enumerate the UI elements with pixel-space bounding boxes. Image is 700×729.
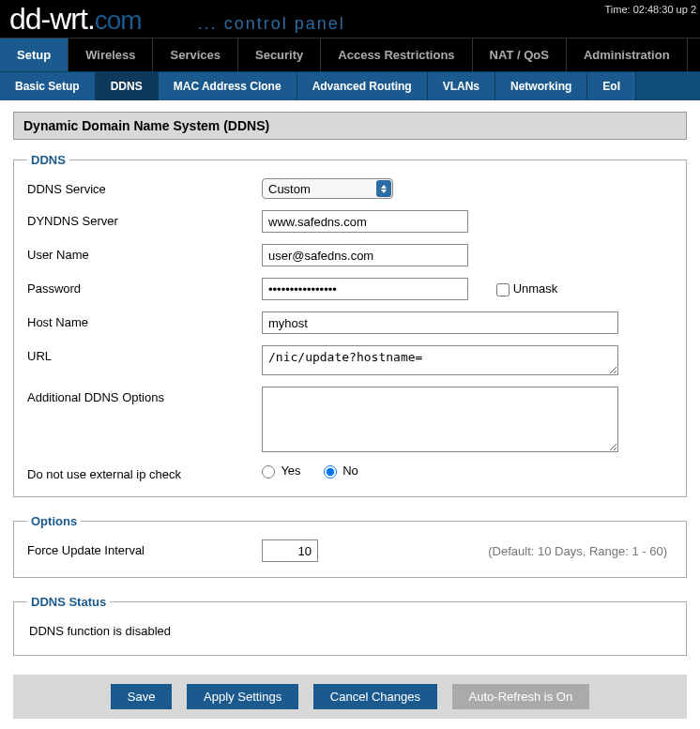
main-tabs: Setup Wireless Services Security Access … bbox=[0, 38, 700, 71]
label-yes: Yes bbox=[281, 463, 300, 478]
row-force-update-interval: Force Update Interval (Default: 10 Days,… bbox=[27, 539, 673, 562]
row-ddns-service: DDNS Service Custom bbox=[27, 178, 673, 199]
subtab-eoi[interactable]: EoI bbox=[587, 72, 636, 100]
options-legend: Options bbox=[27, 514, 81, 528]
row-username: User Name bbox=[27, 244, 673, 266]
subtab-mac-clone[interactable]: MAC Address Clone bbox=[159, 72, 297, 100]
tab-security[interactable]: Security bbox=[238, 38, 321, 71]
button-bar: Save Apply Settings Cancel Changes Auto-… bbox=[13, 675, 687, 719]
tab-access-restrictions[interactable]: Access Restrictions bbox=[321, 38, 472, 71]
input-force-update-interval[interactable] bbox=[262, 539, 318, 562]
subtab-vlans[interactable]: VLANs bbox=[428, 72, 495, 100]
apply-settings-button[interactable]: Apply Settings bbox=[187, 684, 298, 709]
tab-nat-qos[interactable]: NAT / QoS bbox=[473, 38, 567, 71]
label-hostname: Host Name bbox=[27, 311, 262, 329]
header: Time: 02:48:30 up 2 dd-wrt.com ... contr… bbox=[0, 0, 700, 38]
logo-main: dd-wrt bbox=[9, 2, 87, 37]
input-password[interactable] bbox=[262, 278, 468, 300]
auto-refresh-button[interactable]: Auto-Refresh is On bbox=[452, 684, 590, 709]
textarea-additional-options[interactable] bbox=[262, 387, 618, 452]
status-fieldset: DDNS Status DDNS function is disabled bbox=[13, 595, 687, 656]
ddns-legend: DDNS bbox=[27, 153, 69, 167]
subtab-advanced-routing[interactable]: Advanced Routing bbox=[297, 72, 428, 100]
cancel-changes-button[interactable]: Cancel Changes bbox=[313, 684, 437, 709]
content: Dynamic Domain Name System (DDNS) DDNS D… bbox=[0, 100, 700, 729]
row-external-ip-check: Do not use external ip check Yes No bbox=[27, 463, 673, 481]
interval-hint: (Default: 10 Days, Range: 1 - 60) bbox=[488, 544, 673, 558]
tab-services[interactable]: Services bbox=[153, 38, 238, 71]
status-legend: DDNS Status bbox=[27, 595, 110, 609]
radio-no[interactable] bbox=[324, 465, 337, 478]
label-dyndns-server: DYNDNS Server bbox=[27, 210, 262, 228]
radio-yes[interactable] bbox=[262, 465, 275, 478]
save-button[interactable]: Save bbox=[111, 684, 173, 709]
label-unmask: Unmask bbox=[513, 281, 558, 296]
logo-com: com bbox=[95, 6, 142, 36]
logo-subtitle: ... control panel bbox=[198, 14, 345, 34]
time-text: Time: 02:48:30 up 2 bbox=[605, 4, 696, 15]
tab-wireless[interactable]: Wireless bbox=[68, 38, 153, 71]
subtab-networking[interactable]: Networking bbox=[495, 72, 587, 100]
section-title: Dynamic Domain Name System (DDNS) bbox=[13, 112, 687, 140]
row-dyndns-server: DYNDNS Server bbox=[27, 210, 673, 233]
textarea-url[interactable]: /nic/update?hostname= bbox=[262, 345, 618, 375]
label-password: Password bbox=[27, 278, 262, 296]
tab-setup[interactable]: Setup bbox=[0, 38, 68, 71]
label-url: URL bbox=[27, 345, 262, 363]
tab-administration[interactable]: Administration bbox=[567, 38, 688, 71]
radio-yes-wrap[interactable]: Yes bbox=[262, 463, 301, 478]
unmask-wrap[interactable]: Unmask bbox=[496, 281, 557, 296]
logo-dot: . bbox=[87, 2, 95, 37]
label-username: User Name bbox=[27, 244, 262, 262]
options-fieldset: Options Force Update Interval (Default: … bbox=[13, 514, 687, 578]
label-force-update-interval: Force Update Interval bbox=[27, 539, 262, 557]
status-text: DDNS function is disabled bbox=[27, 620, 673, 640]
label-ddns-service: DDNS Service bbox=[27, 178, 262, 196]
label-external-ip-check: Do not use external ip check bbox=[27, 463, 262, 481]
row-url: URL /nic/update?hostname= bbox=[27, 345, 673, 375]
ddns-fieldset: DDNS DDNS Service Custom DYNDNS Server U… bbox=[13, 153, 687, 497]
logo: dd-wrt.com ... control panel bbox=[9, 0, 691, 37]
row-hostname: Host Name bbox=[27, 311, 673, 334]
label-additional-options: Additional DDNS Options bbox=[27, 387, 262, 404]
checkbox-unmask[interactable] bbox=[496, 283, 510, 296]
select-ddns-service[interactable]: Custom bbox=[262, 178, 393, 199]
subtab-ddns[interactable]: DDNS bbox=[96, 72, 159, 100]
row-password: Password Unmask bbox=[27, 278, 673, 300]
input-username[interactable] bbox=[262, 244, 468, 266]
radio-no-wrap[interactable]: No bbox=[324, 463, 358, 478]
subtab-basic-setup[interactable]: Basic Setup bbox=[0, 72, 96, 100]
input-hostname[interactable] bbox=[262, 311, 618, 334]
sub-tabs: Basic Setup DDNS MAC Address Clone Advan… bbox=[0, 71, 700, 100]
label-no: No bbox=[342, 463, 358, 478]
row-additional-options: Additional DDNS Options bbox=[27, 387, 673, 452]
input-dyndns-server[interactable] bbox=[262, 210, 468, 233]
